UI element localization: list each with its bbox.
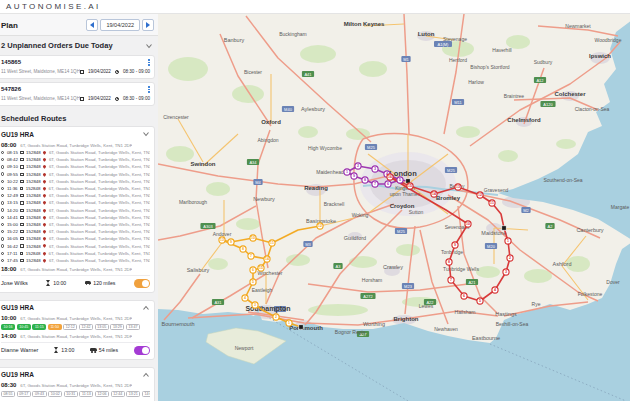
route-waypoint[interactable]: 12 [477, 192, 483, 198]
route-stop-row[interactable]: 14:20 152848 6T, Goods Station Road, Tun… [1, 207, 150, 214]
route-waypoint[interactable]: 15 [407, 183, 413, 189]
route-stop-row[interactable]: 16:42 152848 6T, Goods Station Road, Tun… [1, 242, 150, 249]
route-stop-row[interactable]: 17:11 152848 6T, Goods Station Road, Tun… [1, 250, 150, 257]
route-stop-row[interactable]: 13:15 152848 6T, Goods Station Road, Tun… [1, 199, 150, 206]
stop-time-chip[interactable]: 13:05 [95, 324, 109, 330]
kebab-menu-icon[interactable] [148, 86, 150, 93]
route-waypoint[interactable]: 3 [372, 166, 378, 172]
route-stop-row[interactable]: 08:42 152848 6T, Goods Station Road, Tun… [1, 156, 150, 163]
date-next-button[interactable] [142, 19, 154, 31]
stop-time-chip[interactable]: 08:55 [1, 391, 15, 397]
route-waypoint[interactable]: 10 [250, 235, 256, 241]
stop-address: 6T, Goods Station Road, Tunbridge Wells,… [49, 244, 150, 249]
route-stop-row[interactable]: 08:15 152848 6T, Goods Station Road, Tun… [1, 149, 150, 156]
chevron-down-icon[interactable] [145, 42, 153, 50]
stop-time-chip[interactable]: 11:15 [32, 324, 46, 330]
route-waypoint[interactable]: 1 [505, 238, 511, 244]
order-address: 11 West Street, Maidstone, ME14 1QH [1, 96, 80, 101]
route-waypoint[interactable]: 1 [286, 320, 292, 326]
map-label: Crawley [383, 264, 403, 270]
chevron-icon[interactable] [142, 371, 150, 379]
stop-time-chip[interactable]: 14:02 [142, 391, 150, 397]
stop-time-chip[interactable]: 10:02 [48, 391, 62, 397]
route-stop-row[interactable]: 16:05 152848 6T, Goods Station Road, Tun… [1, 235, 150, 242]
stop-time-chip[interactable]: 12:12 [63, 324, 77, 330]
route-waypoint[interactable]: 16 [387, 174, 393, 180]
route-stop-row[interactable]: 10:22 152848 6T, Goods Station Road, Tun… [1, 178, 150, 185]
route-waypoint[interactable]: 2 [355, 163, 361, 169]
route-waypoint[interactable]: 7 [372, 181, 378, 187]
route-waypoint[interactable]: 1 [344, 169, 350, 175]
stop-time-chip[interactable]: 13:21 [126, 391, 140, 397]
stop-time-chip[interactable]: 11:13 [79, 391, 93, 397]
stop-time-chip[interactable]: 12:44 [111, 391, 125, 397]
stop-time-chip[interactable]: 13:47 [126, 324, 140, 330]
route-waypoint[interactable]: 9 [452, 242, 458, 248]
stop-time-chip[interactable]: 10:31 [64, 391, 78, 397]
route-waypoint[interactable]: 11 [269, 240, 275, 246]
route-waypoint[interactable]: 6 [461, 293, 467, 299]
unplanned-order-card[interactable]: 145865 11 West Street, Maidstone, ME14 1… [0, 55, 155, 79]
route-waypoint[interactable]: 8 [362, 177, 368, 183]
route-waypoint[interactable]: 3 [503, 269, 509, 275]
route-waypoint[interactable]: 13 [455, 184, 461, 190]
route-waypoint[interactable]: 4 [242, 295, 248, 301]
route-waypoint[interactable]: 5 [250, 279, 256, 285]
route-stop-row[interactable]: 15:00 152848 6T, Goods Station Road, Tun… [1, 221, 150, 228]
route-active-toggle[interactable] [134, 346, 150, 355]
route-waypoint[interactable]: 6 [250, 267, 256, 273]
route-waypoint[interactable]: 5 [477, 298, 483, 304]
route-waypoint[interactable]: 15 [258, 265, 264, 271]
route-waypoint[interactable]: 3 [252, 302, 258, 308]
stop-time-chip[interactable]: 10:16 [1, 324, 15, 330]
stop-time-chip[interactable]: 12:42 [79, 324, 93, 330]
stop-time-chip[interactable]: 09:17 [17, 391, 31, 397]
route-waypoint[interactable]: 10 [465, 221, 471, 227]
route-stop-row[interactable]: 15:22 152848 6T, Goods Station Road, Tun… [1, 228, 150, 235]
route-stop-row[interactable]: 14:41 152848 6T, Goods Station Road, Tun… [1, 214, 150, 221]
clock-icon [1, 151, 4, 154]
road-shield: A41 [302, 71, 314, 77]
route-waypoint[interactable]: 12 [317, 223, 323, 229]
route-start-address: 6T, Goods Station Road, Tunbridge Wells,… [20, 143, 132, 148]
chevron-icon[interactable] [142, 304, 150, 312]
route-waypoint[interactable]: 4 [492, 287, 498, 293]
map-canvas[interactable]: M40M4M3M25M25M25M23M20M2M1M11M27A34A303A… [158, 14, 630, 401]
route-active-toggle[interactable] [134, 279, 150, 288]
route-waypoint[interactable]: 14 [264, 256, 270, 262]
route-waypoint[interactable]: 6 [385, 181, 391, 187]
svg-text:6: 6 [463, 294, 465, 298]
date-prev-button[interactable] [86, 19, 98, 31]
route-stop-row[interactable]: 17:45 152848 6T, Goods Station Road, Tun… [1, 257, 150, 264]
route-waypoint[interactable]: 9 [351, 173, 357, 179]
route-waypoint[interactable]: 14 [431, 191, 437, 197]
road-shield: A3 [333, 263, 342, 269]
chevron-icon[interactable] [142, 130, 150, 138]
stop-time-chip[interactable]: 12:06 [95, 391, 109, 397]
route-waypoint[interactable]: 9 [228, 239, 234, 245]
route-stop-row[interactable]: 09:10 152848 6T, Goods Station Road, Tun… [1, 163, 150, 170]
route-waypoint[interactable]: 7 [448, 277, 454, 283]
package-icon [20, 209, 23, 212]
stop-time-chip[interactable]: 09:43 [32, 391, 46, 397]
map-label: Andover [213, 231, 232, 237]
route-end-marker[interactable] [502, 226, 506, 230]
unplanned-order-card[interactable]: 547826 11 West Street, Maidstone, ME14 1… [0, 82, 155, 106]
stop-time-chip[interactable]: 13:29 [110, 324, 124, 330]
stop-time-chip[interactable]: 10:45 [17, 324, 31, 330]
route-stop-row[interactable]: 09:55 152848 6T, Goods Station Road, Tun… [1, 171, 150, 178]
route-waypoint[interactable]: 2 [273, 314, 279, 320]
route-waypoint[interactable]: 8 [240, 246, 246, 252]
route-stop-row[interactable]: 12:49 152848 6T, Goods Station Road, Tun… [1, 192, 150, 199]
kebab-menu-icon[interactable] [148, 59, 150, 66]
stop-time-chip[interactable]: 11:50 [48, 324, 62, 330]
route-waypoint[interactable]: 11 [489, 200, 495, 206]
date-field[interactable]: 19/04/2022 [100, 19, 140, 31]
route-waypoint[interactable]: 7 [248, 253, 254, 259]
route-waypoint[interactable]: 5 [397, 177, 403, 183]
route-waypoint[interactable]: 8 [446, 259, 452, 265]
route-waypoint[interactable]: 2 [507, 255, 513, 261]
route-end-marker[interactable] [299, 325, 303, 329]
route-waypoint[interactable]: 13 [219, 237, 225, 243]
route-stop-row[interactable]: 11:36 152848 6T, Goods Station Road, Tun… [1, 185, 150, 192]
